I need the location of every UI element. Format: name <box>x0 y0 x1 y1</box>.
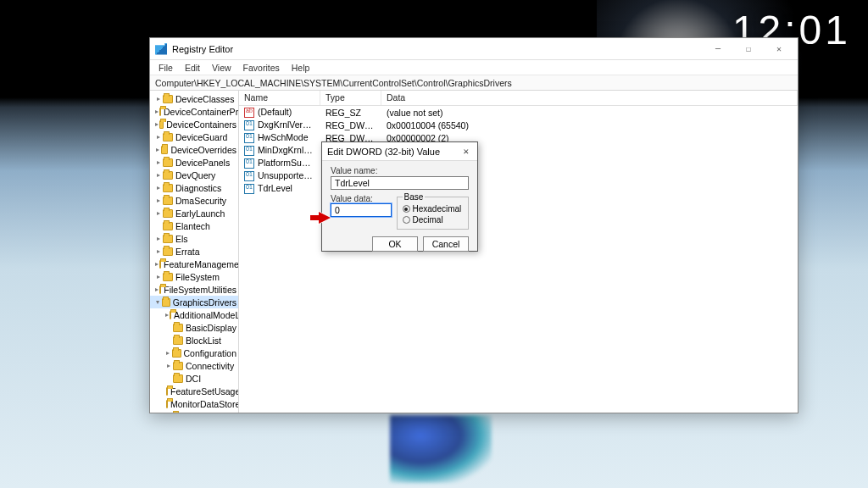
tree-node[interactable]: ▸DevQuery <box>150 169 238 181</box>
expand-icon[interactable]: ▸ <box>155 246 162 258</box>
close-button[interactable]: ✕ <box>764 39 794 59</box>
tree-label: EarlyLaunch <box>175 208 225 219</box>
value-name: HwSchMode <box>258 132 309 142</box>
window-title: Registry Editor <box>172 44 233 54</box>
list-row[interactable]: (Default)REG_SZ(value not set) <box>239 106 798 119</box>
folder-icon <box>173 336 183 345</box>
folder-icon <box>166 400 168 408</box>
value-type: REG_DWORD <box>320 120 381 130</box>
tree-node[interactable]: ▸AdditionalModeList <box>150 308 238 321</box>
folder-icon <box>159 120 164 129</box>
maximize-button[interactable]: ☐ <box>733 39 764 59</box>
list-row[interactable]: DxgKrnlVersionREG_DWORD0x00010004 (65540… <box>239 119 798 131</box>
expand-icon[interactable]: ▸ <box>155 93 162 105</box>
tree-node[interactable]: ▸Els <box>150 232 238 245</box>
expand-icon[interactable]: ▸ <box>155 271 162 283</box>
folder-icon <box>172 349 181 358</box>
string-value-icon <box>244 108 254 118</box>
menu-favorites[interactable]: Favorites <box>238 62 285 74</box>
tree-node[interactable]: ▸DeviceContainers <box>150 118 238 130</box>
expand-icon[interactable]: ▸ <box>155 284 159 296</box>
menu-file[interactable]: File <box>153 62 178 74</box>
tree-node[interactable]: ▸Errata <box>150 245 238 258</box>
dialog-titlebar[interactable]: Edit DWORD (32-bit) Value ✕ <box>322 142 477 161</box>
folder-icon <box>163 247 173 256</box>
tree-label: MonitorDataStore <box>170 398 239 410</box>
tree-label: FileSystemUtilities <box>164 284 236 296</box>
value-name-label: Value name: <box>331 166 469 175</box>
tree-label: ScaleFactors <box>185 411 236 413</box>
expand-icon[interactable]: ▸ <box>155 258 159 270</box>
tree-node[interactable]: DCI <box>150 372 238 385</box>
value-data-field[interactable]: 0 <box>331 203 392 217</box>
tree-label: DeviceContainers <box>166 119 236 130</box>
folder-icon <box>173 374 183 383</box>
tree-node[interactable]: ▸FileSystemUtilities <box>150 283 238 296</box>
tree-label: FileSystem <box>175 271 220 283</box>
titlebar[interactable]: Registry Editor ─ ☐ ✕ <box>150 38 798 60</box>
value-name-field[interactable]: TdrLevel <box>331 176 469 190</box>
tree-node[interactable]: BlockList <box>150 334 238 347</box>
value-name: PlatformSuppor... <box>258 158 320 168</box>
menu-edit[interactable]: Edit <box>180 62 205 74</box>
tree-node[interactable]: ▸DeviceGuard <box>150 130 238 143</box>
tree-node[interactable]: ScaleFactors <box>150 410 238 413</box>
tree-node[interactable]: FeatureSetUsage <box>150 385 238 397</box>
col-data[interactable]: Data <box>381 91 798 105</box>
tree-node[interactable]: ▸Configuration <box>150 347 238 359</box>
expand-icon[interactable]: ▸ <box>155 157 162 169</box>
menu-help[interactable]: Help <box>287 62 315 74</box>
expand-icon[interactable]: ▾ <box>155 297 161 308</box>
tree-label: Diagnostics <box>175 182 221 194</box>
key-tree[interactable]: ▸DeviceClasses▸DeviceContainerPropert▸De… <box>150 91 239 413</box>
tree-node[interactable]: ▸DeviceOverrides <box>150 143 238 156</box>
expand-icon[interactable]: ▸ <box>155 233 162 245</box>
expand-icon[interactable]: ▸ <box>165 360 172 372</box>
tree-node[interactable]: ▸Diagnostics <box>150 181 238 194</box>
expand-icon[interactable]: ▸ <box>155 208 162 219</box>
address-bar[interactable]: Computer\HKEY_LOCAL_MACHINE\SYSTEM\Curre… <box>150 75 798 91</box>
cancel-button[interactable]: Cancel <box>423 236 469 252</box>
tree-node[interactable]: Elantech <box>150 219 238 232</box>
menu-view[interactable]: View <box>207 62 236 74</box>
dialog-close-button[interactable]: ✕ <box>459 146 472 157</box>
dialog-buttons: OK Cancel <box>322 233 477 258</box>
folder-icon <box>163 222 173 230</box>
col-type[interactable]: Type <box>320 91 381 105</box>
expand-icon[interactable]: ▸ <box>155 106 159 118</box>
expand-icon[interactable]: ▸ <box>155 144 160 156</box>
tree-node[interactable]: ▸FeatureManagement <box>150 258 238 270</box>
tree-label: DCI <box>186 373 201 385</box>
folder-icon <box>173 362 183 370</box>
expand-icon[interactable]: ▸ <box>155 195 162 207</box>
radio-hexadecimal[interactable]: Hexadecimal <box>403 203 464 214</box>
tree-label: FeatureManagement <box>164 258 239 270</box>
ok-button[interactable]: OK <box>372 236 418 252</box>
expand-icon[interactable]: ▸ <box>155 169 162 181</box>
expand-icon[interactable]: ▸ <box>165 347 171 359</box>
expand-icon[interactable]: ▸ <box>165 309 169 321</box>
radio-decimal[interactable]: Decimal <box>403 214 464 225</box>
tree-node[interactable]: ▸FileSystem <box>150 270 238 283</box>
tree-node[interactable]: ▸DeviceContainerPropert <box>150 105 238 118</box>
expand-icon[interactable]: ▸ <box>155 131 162 143</box>
tree-node[interactable]: BasicDisplay <box>150 321 238 334</box>
expand-icon[interactable]: ▸ <box>155 182 162 194</box>
dword-value-icon <box>244 120 254 130</box>
col-name[interactable]: Name <box>239 91 320 105</box>
folder-icon <box>159 108 161 116</box>
value-name: TdrLevel <box>258 183 292 193</box>
regedit-icon <box>155 43 167 55</box>
tree-node[interactable]: ▸DmaSecurity <box>150 194 238 207</box>
minimize-button[interactable]: ─ <box>703 39 733 59</box>
folder-icon <box>163 133 173 141</box>
tree-node[interactable]: ▸EarlyLaunch <box>150 207 238 219</box>
folder-icon <box>172 413 181 413</box>
expand-icon[interactable]: ▸ <box>155 119 159 130</box>
tree-node[interactable]: ▸Connectivity <box>150 359 238 372</box>
dword-value-icon <box>244 171 254 181</box>
tree-node[interactable]: ▸DevicePanels <box>150 156 238 169</box>
tree-node[interactable]: ▾GraphicsDrivers <box>150 296 238 308</box>
tree-node[interactable]: MonitorDataStore <box>150 397 238 410</box>
tree-node[interactable]: ▸DeviceClasses <box>150 92 238 105</box>
